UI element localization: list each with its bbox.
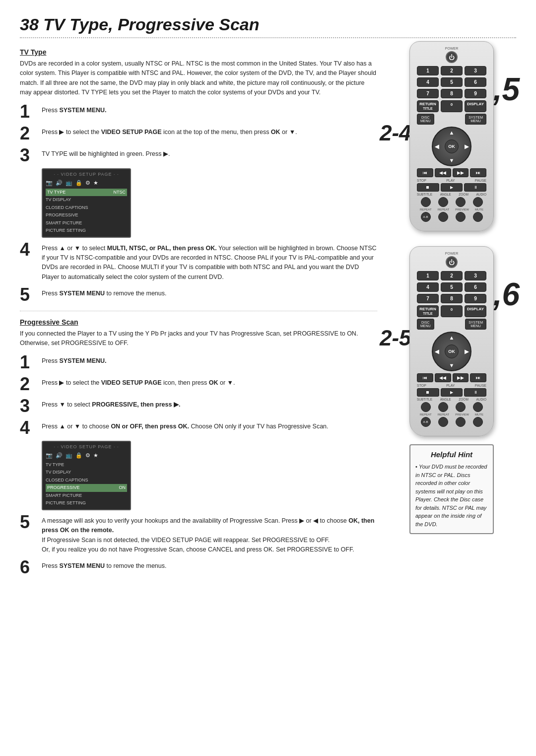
prev-btn-1[interactable]: ⏮ (417, 168, 433, 177)
preview-btn-2[interactable] (456, 417, 466, 427)
sp-labels-1: STOPPLAYPAUSE (417, 179, 486, 182)
btn-7[interactable]: 7 (417, 89, 439, 98)
btn-7-2[interactable]: 7 (417, 294, 439, 303)
nav-down-2[interactable]: ▼ (449, 362, 455, 368)
section1-title: TV Type (20, 48, 377, 56)
power-btn-1[interactable]: ⏻ (446, 51, 458, 63)
nav-right-2[interactable]: ▶ (465, 348, 469, 355)
repeat2-btn-1[interactable] (438, 212, 448, 222)
step-1-5: 5 Press SYSTEM MENU to remove the menus. (20, 286, 377, 304)
return-btn-1[interactable]: RETURNTITLE (417, 100, 439, 112)
nav-ok-1[interactable]: OK (445, 139, 459, 153)
step-text-2-5: A message will ask you to verify your ho… (42, 513, 377, 555)
step-text-1-1: Press SYSTEM MENU. (42, 103, 107, 115)
stop-btn-1[interactable]: ⏹ (417, 183, 439, 192)
system-menu-btn-1[interactable]: SYSTEMMENU (465, 114, 486, 125)
pause-btn-2[interactable]: ⏸ (464, 388, 486, 397)
mute-btn-2[interactable] (473, 417, 483, 427)
step-text-1-2: Press ▶ to select the VIDEO SETUP PAGE i… (42, 125, 297, 137)
preview-btn-1[interactable] (456, 212, 466, 222)
btn-8[interactable]: 8 (441, 89, 463, 98)
remote-top-2: ⏻ (417, 256, 486, 268)
subtitle-btn-2[interactable] (421, 402, 431, 412)
btn-0-2[interactable]: 0 (441, 305, 463, 317)
screen-image-1: · · VIDEO SETUP PAGE · · 📷🔊📺🔒⚙★ TV TYPEN… (42, 168, 131, 238)
nav-ok-2[interactable]: OK (445, 344, 459, 358)
btn-5[interactable]: 5 (441, 77, 463, 87)
btn-4[interactable]: 4 (417, 77, 439, 87)
step-num-2-4: 4 (20, 419, 39, 437)
zoom-btn-1[interactable] (456, 197, 466, 207)
btn-2[interactable]: 2 (441, 66, 463, 75)
step-1-1: 1 Press SYSTEM MENU. (20, 103, 377, 121)
btn-4-2[interactable]: 4 (417, 282, 439, 292)
btn-6[interactable]: 6 (465, 77, 486, 87)
btn-3[interactable]: 3 (465, 66, 486, 75)
disc-menu-btn-1[interactable]: DISCMENU (417, 114, 434, 125)
step-num-2-6: 6 (20, 558, 39, 576)
next-btn-1[interactable]: ⏭ (470, 168, 486, 177)
section2-body: If you connected the Player to a TV usin… (20, 329, 377, 348)
circle-row-2 (417, 402, 486, 412)
repeat2-btn-2[interactable] (438, 417, 448, 427)
transport-row-2: ⏮ ◀◀ ▶▶ ⏭ (417, 373, 486, 382)
nav-left-1[interactable]: ◀ (435, 143, 439, 150)
zoom-btn-2[interactable] (456, 402, 466, 412)
step-text-2-6: Press SYSTEM MENU to remove the menus. (42, 558, 167, 571)
step-2-3: 3 Press ▼ to select PROGRESSIVE, then pr… (20, 397, 377, 415)
btn-1[interactable]: 1 (417, 66, 439, 75)
display-btn-2[interactable]: DISPLAY (465, 305, 486, 317)
display-btn-1[interactable]: DISPLAY (465, 100, 486, 112)
subtitle-btn-1[interactable] (421, 197, 431, 207)
step-text-2-3: Press ▼ to select PROGRESSIVE, then pres… (42, 397, 180, 410)
audio-btn-1[interactable] (473, 197, 483, 207)
pause-btn-1[interactable]: ⏸ (464, 183, 486, 192)
fwd-btn-1[interactable]: ▶▶ (453, 168, 469, 177)
repeat-row-2: A-B (417, 417, 486, 427)
play-btn-2[interactable]: ▶ (441, 388, 463, 397)
btn-9-2[interactable]: 9 (465, 294, 486, 303)
audio-btn-2[interactable] (473, 402, 483, 412)
system-menu-btn-2[interactable]: SYSTEMMENU (465, 319, 486, 330)
hint-box: Helpful Hint • Your DVD must be recorded… (409, 444, 494, 534)
nav-left-2[interactable]: ◀ (435, 348, 439, 355)
btn-6-2[interactable]: 6 (465, 282, 486, 292)
repeat1-btn-2[interactable]: A-B (421, 417, 431, 427)
step-text-1-5: Press SYSTEM MENU to remove the menus. (42, 286, 167, 298)
nav-up-1[interactable]: ▲ (449, 130, 455, 136)
angle-btn-2[interactable] (438, 402, 448, 412)
return-btn-2[interactable]: RETURNTITLE (417, 305, 439, 317)
repeat1-btn-1[interactable]: A-B (421, 212, 431, 222)
disc-menu-btn-2[interactable]: DISCMENU (417, 319, 434, 330)
btn-0-1[interactable]: 0 (441, 100, 463, 112)
nav-up-2[interactable]: ▲ (449, 335, 455, 341)
rew-btn-1[interactable]: ◀◀ (435, 168, 451, 177)
prev-btn-2[interactable]: ⏮ (417, 373, 433, 382)
angle-btn-1[interactable] (438, 197, 448, 207)
btn-5-2[interactable]: 5 (441, 282, 463, 292)
btn-2-2[interactable]: 2 (441, 271, 463, 280)
next-btn-2[interactable]: ⏭ (470, 373, 486, 382)
btn-9[interactable]: 9 (465, 89, 486, 98)
stop-btn-2[interactable]: ⏹ (417, 388, 439, 397)
nav-right-1[interactable]: ▶ (465, 143, 469, 150)
rew-btn-2[interactable]: ◀◀ (435, 373, 451, 382)
power-btn-2[interactable]: ⏻ (446, 256, 458, 268)
play-btn-1[interactable]: ▶ (441, 183, 463, 192)
btn-3-2[interactable]: 3 (465, 271, 486, 280)
nav-circle-1: ▲ ▼ ◀ ▶ OK (432, 127, 471, 166)
fwd-btn-2[interactable]: ▶▶ (453, 373, 469, 382)
btn-1-2[interactable]: 1 (417, 271, 439, 280)
step-num-2-1: 1 (20, 353, 39, 371)
step-num-2-5: 5 (20, 513, 39, 531)
step-num-2-3: 3 (20, 397, 39, 415)
subtitle-row-label-2: SUBTITLEANGLEZOOMAUDIO (417, 398, 486, 401)
btn-8-2[interactable]: 8 (441, 294, 463, 303)
disc-sys-row-1: DISCMENU SYSTEMMENU (417, 114, 486, 125)
nav-down-1[interactable]: ▼ (449, 157, 455, 163)
step-text-1-4: Press ▲ or ▼ to select MULTI, NTSC, or P… (42, 241, 377, 282)
return-display-row-2: RETURNTITLE 0 DISPLAY (417, 305, 486, 317)
return-display-row-1: RETURNTITLE 0 DISPLAY (417, 100, 486, 112)
stop-play-pause-1: ⏹ ▶ ⏸ (417, 183, 486, 192)
mute-btn-1[interactable] (473, 212, 483, 222)
